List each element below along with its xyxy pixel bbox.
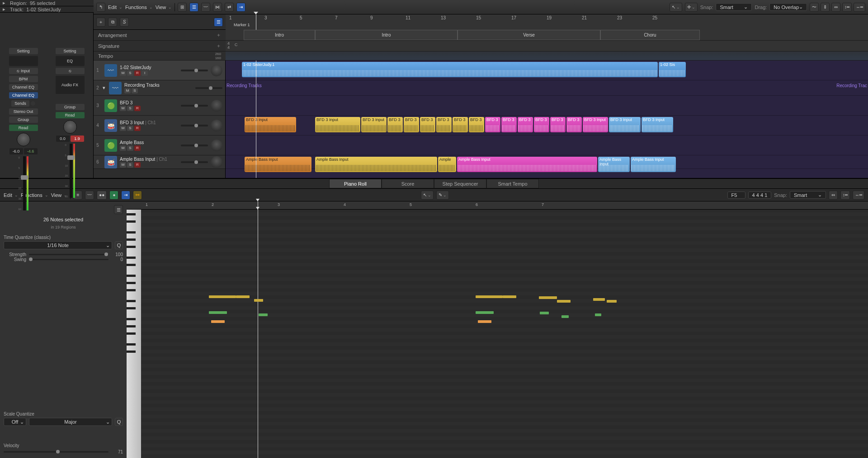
region[interactable]: BFD 3 Input xyxy=(361,117,387,132)
position-display[interactable]: 4 4 4 1 xyxy=(748,192,772,199)
volume-fader[interactable] xyxy=(70,144,72,198)
midi-note[interactable] xyxy=(557,300,571,303)
input-slot[interactable]: ⎋Input xyxy=(9,68,38,74)
marker-label[interactable]: Marker 1 xyxy=(234,23,250,27)
editor-tab-piano-roll[interactable]: Piano Roll xyxy=(329,179,382,188)
waveform-icon[interactable]: 〰 xyxy=(201,3,210,12)
piano-roll-playhead[interactable] xyxy=(258,210,258,458)
midi-note[interactable] xyxy=(607,300,617,303)
region-header[interactable]: ▸ Region: 95 selected xyxy=(0,0,94,6)
editor-tab-step-sequencer[interactable]: Step Sequencer xyxy=(434,179,486,188)
track-row[interactable]: 6 🥁 Ample Bass Input | Ch1 MSR xyxy=(94,155,225,169)
pan-knob[interactable] xyxy=(211,65,222,76)
region[interactable]: BFD 3 Input xyxy=(583,117,608,132)
region[interactable]: BFD 3 Input xyxy=(315,117,360,132)
automation-mode[interactable]: Read xyxy=(9,125,38,131)
track-row[interactable]: 1 〰 1-02 SisterJudy MSRI xyxy=(94,61,225,80)
arrange-lane[interactable] xyxy=(226,80,868,96)
gain-value[interactable]: 0.0 xyxy=(56,136,70,142)
drag-select[interactable]: No Overlap⌄ xyxy=(769,3,807,11)
snap-select[interactable]: Smart⌄ xyxy=(790,191,826,199)
output-slot[interactable]: Stereo Out xyxy=(9,108,38,115)
track-icon[interactable]: 🟢 xyxy=(104,139,117,152)
region[interactable]: Ample Bass Input xyxy=(457,157,597,172)
region[interactable]: BFD 3 xyxy=(404,117,419,132)
strength-value[interactable]: 100 xyxy=(111,252,123,257)
duplicate-track-button[interactable]: ⧉ xyxy=(108,18,117,27)
record-button[interactable]: R xyxy=(134,106,141,111)
region[interactable]: BFD 3 xyxy=(550,117,566,132)
pointer-tool[interactable]: ↖ xyxy=(670,3,682,12)
editor-tab-smart-tempo[interactable]: Smart Tempo xyxy=(486,179,539,188)
region[interactable]: 1-02 Sis xyxy=(659,62,686,77)
link-icon[interactable]: ⚯ xyxy=(133,191,142,200)
arrangement-section[interactable]: Choru xyxy=(600,30,700,40)
mute-button[interactable]: M xyxy=(124,88,131,93)
gain-value[interactable]: -6.0 xyxy=(9,148,23,154)
add-signature-icon[interactable]: ＋ xyxy=(216,42,221,49)
solo-safe-button[interactable]: S xyxy=(120,18,129,27)
add-track-button[interactable]: ＋ xyxy=(96,18,105,27)
link-slot[interactable]: ⎋ xyxy=(56,68,85,74)
arrange-lanes[interactable]: 1-02 SisterJudy.11-02 SisRecording Track… xyxy=(226,61,868,178)
pointer-tool[interactable]: ↖ xyxy=(421,191,434,200)
hzoom-slider[interactable]: ↔━ xyxy=(853,191,864,200)
eq-slot[interactable]: EQ xyxy=(56,56,85,66)
record-button[interactable]: R xyxy=(134,70,141,76)
midi-note[interactable] xyxy=(254,299,263,302)
midi-note[interactable] xyxy=(593,298,605,301)
volume-slider[interactable] xyxy=(181,105,208,107)
peak-value-clip[interactable]: 1.9 xyxy=(71,136,84,142)
mute-button[interactable]: M xyxy=(120,106,126,111)
midi-note[interactable] xyxy=(539,296,557,299)
velocity-slider[interactable] xyxy=(4,451,108,453)
region[interactable]: BFD 3 Input xyxy=(245,117,296,132)
swing-slider[interactable] xyxy=(29,259,108,260)
region[interactable]: Ample Bass Input xyxy=(315,157,437,172)
region[interactable]: BFD 3 xyxy=(534,117,549,132)
solo-button[interactable]: S xyxy=(127,145,133,151)
list-view-icon[interactable]: ☰ xyxy=(189,3,198,12)
region[interactable]: BFD 3 xyxy=(501,117,517,132)
add-arrangement-icon[interactable]: ＋ xyxy=(216,32,221,38)
input-monitor-button[interactable]: I xyxy=(142,70,148,76)
arrangement-section[interactable]: Intro xyxy=(244,30,315,40)
track-header[interactable]: ▸ Track: 1-02 SisterJudy xyxy=(0,6,94,13)
midi-note[interactable] xyxy=(595,313,601,316)
track-row[interactable]: 5 🟢 Ample Bass MSR xyxy=(94,136,225,155)
catch-icon[interactable]: ⇥ xyxy=(121,191,130,200)
volume-slider[interactable] xyxy=(181,125,208,126)
mute-button[interactable]: M xyxy=(120,145,126,151)
view-mode-icon[interactable]: ☰ xyxy=(114,205,123,214)
bpm-slot[interactable]: BPM xyxy=(9,76,38,82)
automation-icon[interactable]: 〰 xyxy=(85,191,94,200)
pan-knob[interactable] xyxy=(17,133,30,146)
hzoom-slider[interactable]: ↔━ xyxy=(854,3,865,12)
automation-icon[interactable]: ⋈ xyxy=(213,3,222,12)
arrangement-track[interactable]: IntroIntroVerseChoru xyxy=(226,30,868,40)
signature-track[interactable]: 44 C xyxy=(226,41,868,51)
track-row[interactable]: 3 🟢 BFD 3 MSR xyxy=(94,96,225,116)
midi-note[interactable] xyxy=(209,295,236,298)
pitch-display[interactable]: F5 xyxy=(727,192,745,199)
region[interactable]: BFD 3 xyxy=(453,117,468,132)
track-icon[interactable]: 〰 xyxy=(104,64,117,77)
region[interactable]: Ample xyxy=(438,157,456,172)
global-tracks-toggle[interactable]: ☰ xyxy=(214,18,223,27)
midi-note[interactable] xyxy=(476,295,503,298)
track-icon[interactable]: 🥁 xyxy=(104,156,117,168)
midi-note[interactable] xyxy=(561,315,569,318)
group-slot[interactable]: Group xyxy=(9,117,38,123)
track-name[interactable]: BFD 3 xyxy=(120,100,178,105)
scale-type-select[interactable]: Major xyxy=(29,418,112,426)
solo-button[interactable]: S xyxy=(127,106,133,111)
record-button[interactable]: R xyxy=(134,126,141,131)
eq-thumbnail[interactable] xyxy=(9,56,38,66)
pan-knob[interactable] xyxy=(211,140,222,151)
scale-quantize-button[interactable]: Q xyxy=(115,418,123,426)
solo-button[interactable]: S xyxy=(127,126,133,131)
waveform-zoom-icon[interactable]: 〜 xyxy=(810,3,819,12)
midi-note[interactable] xyxy=(211,320,225,323)
vzoom-slider[interactable]: ↕━ xyxy=(840,191,850,200)
record-button[interactable]: R xyxy=(134,162,141,168)
